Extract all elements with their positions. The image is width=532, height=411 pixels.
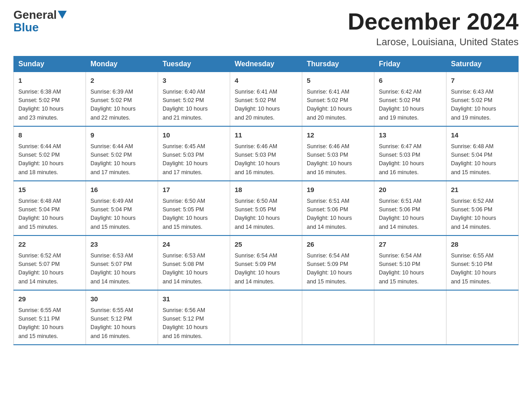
- day-number: 12: [307, 130, 369, 141]
- calendar-body: 1 Sunrise: 6:38 AMSunset: 5:02 PMDayligh…: [14, 72, 519, 345]
- calendar-cell: 2 Sunrise: 6:39 AMSunset: 5:02 PMDayligh…: [86, 72, 158, 127]
- day-info: Sunrise: 6:44 AMSunset: 5:02 PMDaylight:…: [90, 142, 153, 177]
- day-number: 5: [307, 76, 369, 86]
- day-info: Sunrise: 6:48 AMSunset: 5:04 PMDaylight:…: [18, 197, 81, 232]
- calendar-cell: 31 Sunrise: 6:56 AMSunset: 5:12 PMDaylig…: [158, 290, 230, 345]
- day-number: 4: [235, 76, 297, 86]
- day-number: 25: [235, 240, 297, 250]
- calendar-week-5: 29 Sunrise: 6:55 AMSunset: 5:11 PMDaylig…: [14, 290, 519, 345]
- calendar-cell: 13 Sunrise: 6:47 AMSunset: 5:03 PMDaylig…: [374, 126, 446, 181]
- month-title: December 2024: [348, 9, 519, 34]
- calendar-cell: [374, 290, 446, 345]
- day-number: 21: [451, 185, 514, 195]
- day-info: Sunrise: 6:52 AMSunset: 5:07 PMDaylight:…: [18, 252, 81, 287]
- day-info: Sunrise: 6:55 AMSunset: 5:11 PMDaylight:…: [18, 306, 81, 341]
- day-number: 22: [18, 240, 81, 250]
- day-number: 6: [379, 76, 442, 86]
- calendar-header: Sunday Monday Tuesday Wednesday Thursday…: [14, 56, 519, 72]
- calendar-cell: 10 Sunrise: 6:45 AMSunset: 5:03 PMDaylig…: [158, 126, 230, 181]
- calendar-cell: 21 Sunrise: 6:52 AMSunset: 5:06 PMDaylig…: [446, 181, 519, 235]
- calendar-cell: 29 Sunrise: 6:55 AMSunset: 5:11 PMDaylig…: [14, 290, 86, 345]
- calendar-cell: 11 Sunrise: 6:46 AMSunset: 5:03 PMDaylig…: [230, 126, 302, 181]
- header-tuesday: Tuesday: [158, 56, 230, 72]
- day-info: Sunrise: 6:53 AMSunset: 5:07 PMDaylight:…: [90, 252, 153, 287]
- day-number: 9: [90, 130, 153, 141]
- calendar-week-1: 1 Sunrise: 6:38 AMSunset: 5:02 PMDayligh…: [14, 72, 519, 127]
- day-number: 3: [163, 76, 225, 86]
- header-row: Sunday Monday Tuesday Wednesday Thursday…: [14, 56, 519, 72]
- calendar-cell: 12 Sunrise: 6:46 AMSunset: 5:03 PMDaylig…: [302, 126, 374, 181]
- calendar-cell: 16 Sunrise: 6:49 AMSunset: 5:04 PMDaylig…: [86, 181, 158, 235]
- calendar-table: Sunday Monday Tuesday Wednesday Thursday…: [13, 56, 519, 345]
- day-info: Sunrise: 6:52 AMSunset: 5:06 PMDaylight:…: [451, 197, 514, 232]
- day-info: Sunrise: 6:46 AMSunset: 5:03 PMDaylight:…: [307, 142, 369, 177]
- header-wednesday: Wednesday: [230, 56, 302, 72]
- calendar-cell: 19 Sunrise: 6:51 AMSunset: 5:06 PMDaylig…: [302, 181, 374, 235]
- logo-triangle-icon: [58, 11, 67, 19]
- day-number: 19: [307, 185, 369, 195]
- day-number: 31: [163, 294, 225, 304]
- day-number: 18: [235, 185, 297, 195]
- calendar-cell: 1 Sunrise: 6:38 AMSunset: 5:02 PMDayligh…: [14, 72, 86, 127]
- day-info: Sunrise: 6:38 AMSunset: 5:02 PMDaylight:…: [18, 88, 81, 123]
- calendar-cell: [230, 290, 302, 345]
- day-number: 23: [90, 240, 153, 250]
- logo-blue-text: Blue: [13, 21, 39, 34]
- calendar-cell: 8 Sunrise: 6:44 AMSunset: 5:02 PMDayligh…: [14, 126, 86, 181]
- day-number: 14: [451, 130, 514, 141]
- calendar-cell: 28 Sunrise: 6:55 AMSunset: 5:10 PMDaylig…: [446, 235, 519, 290]
- day-info: Sunrise: 6:41 AMSunset: 5:02 PMDaylight:…: [235, 88, 297, 123]
- calendar-cell: 14 Sunrise: 6:48 AMSunset: 5:04 PMDaylig…: [446, 126, 519, 181]
- day-number: 1: [18, 76, 81, 86]
- calendar-cell: 7 Sunrise: 6:43 AMSunset: 5:02 PMDayligh…: [446, 72, 519, 127]
- calendar-cell: 3 Sunrise: 6:40 AMSunset: 5:02 PMDayligh…: [158, 72, 230, 127]
- header-friday: Friday: [374, 56, 446, 72]
- header-monday: Monday: [86, 56, 158, 72]
- day-info: Sunrise: 6:50 AMSunset: 5:05 PMDaylight:…: [235, 197, 297, 232]
- calendar-cell: 25 Sunrise: 6:54 AMSunset: 5:09 PMDaylig…: [230, 235, 302, 290]
- calendar-cell: 15 Sunrise: 6:48 AMSunset: 5:04 PMDaylig…: [14, 181, 86, 235]
- calendar-cell: [302, 290, 374, 345]
- day-info: Sunrise: 6:39 AMSunset: 5:02 PMDaylight:…: [90, 88, 153, 123]
- day-number: 16: [90, 185, 153, 195]
- day-number: 24: [163, 240, 225, 250]
- day-info: Sunrise: 6:54 AMSunset: 5:10 PMDaylight:…: [379, 252, 442, 287]
- day-number: 17: [163, 185, 225, 195]
- calendar-cell: 6 Sunrise: 6:42 AMSunset: 5:02 PMDayligh…: [374, 72, 446, 127]
- calendar-cell: 23 Sunrise: 6:53 AMSunset: 5:07 PMDaylig…: [86, 235, 158, 290]
- location-label: Larose, Louisiana, United States: [348, 36, 519, 48]
- day-number: 20: [379, 185, 442, 195]
- calendar-cell: 22 Sunrise: 6:52 AMSunset: 5:07 PMDaylig…: [14, 235, 86, 290]
- calendar-week-2: 8 Sunrise: 6:44 AMSunset: 5:02 PMDayligh…: [14, 126, 519, 181]
- logo-general-text: General: [13, 9, 57, 21]
- day-number: 7: [451, 76, 514, 86]
- header-saturday: Saturday: [446, 56, 519, 72]
- calendar-cell: 17 Sunrise: 6:50 AMSunset: 5:05 PMDaylig…: [158, 181, 230, 235]
- header-sunday: Sunday: [14, 56, 86, 72]
- day-number: 11: [235, 130, 297, 141]
- calendar-cell: 30 Sunrise: 6:55 AMSunset: 5:12 PMDaylig…: [86, 290, 158, 345]
- day-info: Sunrise: 6:48 AMSunset: 5:04 PMDaylight:…: [451, 142, 514, 177]
- day-info: Sunrise: 6:50 AMSunset: 5:05 PMDaylight:…: [163, 197, 225, 232]
- calendar-cell: 5 Sunrise: 6:41 AMSunset: 5:02 PMDayligh…: [302, 72, 374, 127]
- page-header: General Blue December 2024 Larose, Louis…: [13, 9, 519, 48]
- calendar-cell: 18 Sunrise: 6:50 AMSunset: 5:05 PMDaylig…: [230, 181, 302, 235]
- calendar-cell: 24 Sunrise: 6:53 AMSunset: 5:08 PMDaylig…: [158, 235, 230, 290]
- day-info: Sunrise: 6:42 AMSunset: 5:02 PMDaylight:…: [379, 88, 442, 123]
- day-number: 2: [90, 76, 153, 86]
- calendar-cell: [446, 290, 519, 345]
- day-info: Sunrise: 6:44 AMSunset: 5:02 PMDaylight:…: [18, 142, 81, 177]
- day-number: 28: [451, 240, 514, 250]
- day-info: Sunrise: 6:54 AMSunset: 5:09 PMDaylight:…: [235, 252, 297, 287]
- day-info: Sunrise: 6:51 AMSunset: 5:06 PMDaylight:…: [307, 197, 369, 232]
- day-number: 10: [163, 130, 225, 141]
- calendar-cell: 4 Sunrise: 6:41 AMSunset: 5:02 PMDayligh…: [230, 72, 302, 127]
- day-info: Sunrise: 6:55 AMSunset: 5:10 PMDaylight:…: [451, 252, 514, 287]
- calendar-cell: 26 Sunrise: 6:54 AMSunset: 5:09 PMDaylig…: [302, 235, 374, 290]
- day-info: Sunrise: 6:55 AMSunset: 5:12 PMDaylight:…: [90, 306, 153, 341]
- day-info: Sunrise: 6:53 AMSunset: 5:08 PMDaylight:…: [163, 252, 225, 287]
- calendar-week-4: 22 Sunrise: 6:52 AMSunset: 5:07 PMDaylig…: [14, 235, 519, 290]
- day-number: 8: [18, 130, 81, 141]
- day-info: Sunrise: 6:51 AMSunset: 5:06 PMDaylight:…: [379, 197, 442, 232]
- title-section: December 2024 Larose, Louisiana, United …: [348, 9, 519, 48]
